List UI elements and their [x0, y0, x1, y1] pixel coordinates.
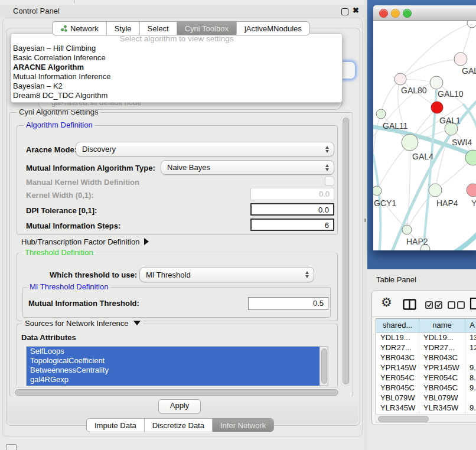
- network-node[interactable]: [402, 225, 412, 234]
- tab-cyni-toolbox[interactable]: Cyni Toolbox: [177, 22, 237, 35]
- mi-type-combobox[interactable]: Naive Bayes: [161, 160, 334, 175]
- table-cell[interactable]: 9.: [465, 403, 476, 413]
- data-attribute-item[interactable]: SelfLoops: [27, 347, 320, 356]
- show-columns-icon[interactable]: [403, 299, 416, 310]
- network-window[interactable]: GALGAL80GAL10GAL1GAL11SWI4GAL4GCY1HAP4YH…: [373, 5, 476, 250]
- table-cell[interactable]: YDR27...: [419, 343, 465, 353]
- algorithm-option[interactable]: ARACNE Algorithm: [11, 63, 342, 72]
- table-cell[interactable]: 9.: [465, 363, 476, 373]
- float-panel-icon[interactable]: [341, 8, 348, 15]
- zoom-window-icon[interactable]: [403, 9, 412, 18]
- table-panel-container: ⚙ shared...nameA YDL19...YDL19...13YDR27…: [371, 291, 476, 425]
- network-node[interactable]: [395, 73, 406, 85]
- table-cell[interactable]: YDL19...: [419, 332, 465, 343]
- tab-select[interactable]: Select: [140, 22, 177, 35]
- table-cell[interactable]: 9.: [465, 383, 476, 393]
- algorithm-option[interactable]: Bayesian – K2: [11, 81, 342, 91]
- attribute-table: shared...nameA YDL19...YDL19...13YDR27..…: [376, 318, 476, 417]
- kernel-width-field[interactable]: 0.0: [250, 188, 334, 200]
- data-attributes-list[interactable]: SelfLoopsTopologicalCoefficientBetweenne…: [26, 346, 328, 386]
- tab-style[interactable]: Style: [107, 22, 140, 35]
- network-edge[interactable]: [423, 89, 436, 250]
- apply-button[interactable]: Apply: [158, 399, 201, 413]
- network-edge[interactable]: [400, 23, 472, 79]
- table-toolbar-divider: [372, 317, 476, 317]
- network-node[interactable]: [373, 186, 382, 195]
- table-cell[interactable]: YDL19...: [376, 332, 419, 343]
- sources-toggle[interactable]: Sources for Network Inference: [22, 319, 143, 328]
- table-cell[interactable]: 8.: [465, 373, 476, 383]
- combo-spinner-icon: [325, 146, 329, 153]
- minimize-window-icon[interactable]: [391, 9, 400, 18]
- settings-vertical-scrollbar[interactable]: [341, 116, 350, 386]
- network-node[interactable]: [454, 53, 467, 66]
- table-cell[interactable]: YER054C: [376, 373, 419, 383]
- algorithm-option[interactable]: Dream8 DC_TDC Algorithm: [11, 91, 342, 100]
- deselect-all-columns-icon[interactable]: [448, 301, 465, 309]
- table-cell[interactable]: YDR27...: [376, 343, 419, 353]
- table-cell[interactable]: 12: [465, 343, 476, 353]
- table-column-header[interactable]: shared...: [376, 319, 419, 332]
- table-cell[interactable]: YBR043C: [419, 353, 465, 363]
- table-cell[interactable]: YBL079W: [376, 393, 419, 403]
- mi-threshold-field[interactable]: 0.5: [248, 297, 328, 310]
- table-cell[interactable]: YLR345W: [419, 403, 465, 413]
- algorithm-option[interactable]: Basic Correlation Inference: [11, 53, 342, 63]
- table-cell[interactable]: YER054C: [419, 373, 465, 383]
- network-node[interactable]: [467, 21, 476, 28]
- table-horizontal-scrollbar[interactable]: [376, 414, 476, 423]
- table-cell[interactable]: YLR345W: [376, 403, 419, 413]
- network-node[interactable]: [430, 76, 443, 89]
- which-threshold-combobox[interactable]: MI Threshold: [139, 267, 314, 282]
- data-attribute-item[interactable]: BetweennessCentrality: [27, 366, 320, 375]
- tab-network[interactable]: Network: [53, 22, 107, 35]
- function-builder-icon[interactable]: [470, 297, 476, 310]
- tab-jactivemnodules[interactable]: jActiveMNodules: [237, 22, 309, 35]
- tab-discretize-data[interactable]: Discretize Data: [145, 419, 213, 432]
- network-node[interactable]: [402, 134, 418, 151]
- table-column-header[interactable]: A: [465, 319, 476, 332]
- table-cell[interactable]: YBL079W: [419, 393, 465, 403]
- mi-threshold-group-title: MI Threshold Definition: [27, 283, 110, 291]
- sources-title: Sources for Network Inference: [25, 319, 129, 328]
- table-row: YLR345WYLR345W9.: [376, 403, 476, 413]
- network-node[interactable]: [431, 102, 443, 113]
- table-cell[interactable]: YPR145W: [419, 363, 465, 373]
- table-cell[interactable]: YBR043C: [376, 353, 419, 363]
- network-node[interactable]: [376, 109, 386, 119]
- close-window-icon[interactable]: [379, 9, 388, 18]
- table-cell[interactable]: 13: [465, 332, 476, 343]
- table-cell[interactable]: YPR145W: [376, 363, 419, 373]
- dpi-tolerance-field[interactable]: 0.0: [250, 203, 334, 216]
- network-node[interactable]: [467, 184, 476, 197]
- table-cell[interactable]: [465, 393, 476, 403]
- which-threshold-label: Which threshold to use:: [50, 270, 137, 280]
- mi-type-label: Mutual Information Algorithm Type:: [26, 164, 155, 173]
- table-column-header[interactable]: name: [419, 319, 465, 332]
- panel-grip-icon[interactable]: [6, 444, 17, 450]
- network-node[interactable]: [429, 184, 442, 197]
- aracne-mode-combobox[interactable]: Discovery: [76, 142, 334, 156]
- select-all-columns-icon[interactable]: [425, 301, 443, 309]
- algorithm-option[interactable]: Bayesian – Hill Climbing: [11, 44, 342, 53]
- data-attribute-item[interactable]: gal4RGexp: [27, 375, 320, 384]
- mi-steps-field[interactable]: 6: [250, 219, 334, 231]
- settings-horizontal-scrollbar[interactable]: [13, 387, 340, 396]
- close-panel-icon[interactable]: ✖: [353, 6, 359, 15]
- network-edge[interactable]: [377, 142, 410, 191]
- algorithm-dropdown-popup: Select algorithm to view settings Bayesi…: [11, 33, 343, 103]
- data-attribute-item[interactable]: TopologicalCoefficient: [27, 356, 320, 366]
- algorithm-option[interactable]: Mutual Information Inference: [11, 72, 342, 81]
- network-edge[interactable]: [451, 234, 476, 250]
- network-node-label: GAL11: [383, 121, 408, 131]
- attributes-list-scrollbar[interactable]: [319, 347, 328, 386]
- manual-kernel-checkbox[interactable]: [325, 177, 334, 186]
- network-window-titlebar[interactable]: [373, 5, 476, 21]
- tab-infer-network[interactable]: Infer Network: [213, 419, 273, 432]
- table-cell[interactable]: YBR045C: [376, 383, 419, 393]
- table-settings-gear-icon[interactable]: ⚙: [381, 296, 392, 308]
- table-cell[interactable]: YBR045C: [419, 383, 465, 393]
- hub-definition-toggle[interactable]: Hub/Transcription Factor Definition: [21, 237, 149, 247]
- tab-impute-data[interactable]: Impute Data: [87, 419, 145, 432]
- table-cell[interactable]: [465, 353, 476, 363]
